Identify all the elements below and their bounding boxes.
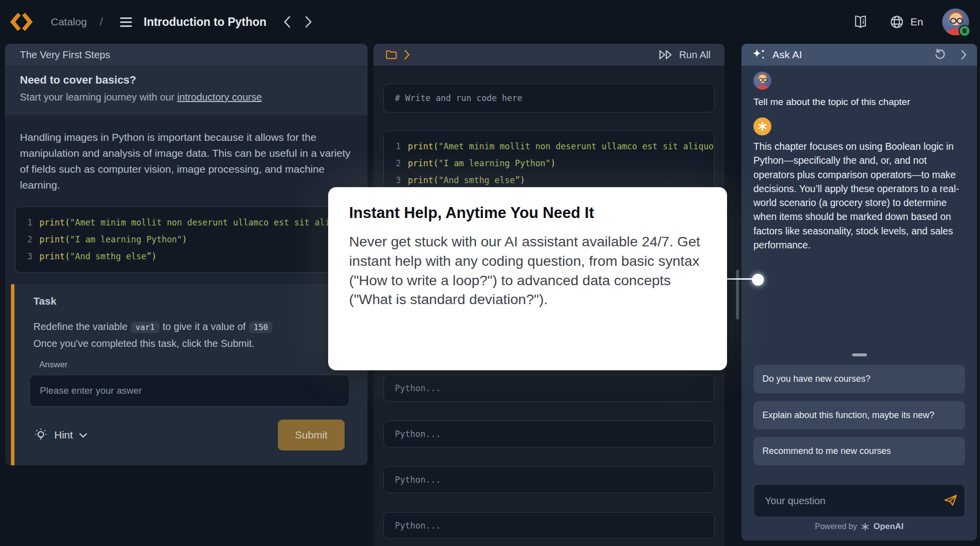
hint-bulb-icon — [33, 428, 48, 442]
lesson-panel: The Very First Steps Need to cover basic… — [5, 44, 368, 465]
app-logo-icon[interactable] — [10, 11, 33, 32]
suggestion-pill[interactable]: Recommend to me new courses — [753, 437, 965, 465]
lesson-title: The Very First Steps — [20, 49, 110, 61]
code-line: 2print("I am learning Python") — [394, 155, 714, 172]
code-scratch-input[interactable] — [383, 84, 715, 112]
chapter-menu-icon[interactable] — [120, 17, 132, 27]
editor-toolbar: Run All — [373, 44, 725, 66]
submit-button[interactable]: Submit — [278, 420, 345, 450]
basics-text-lead: Start your learning journey with our — [20, 92, 177, 103]
python-cell-input[interactable] — [383, 421, 715, 447]
tooltip-body: Never get stuck with our AI assistant av… — [349, 232, 703, 309]
task-footer: Hint Submit — [33, 420, 345, 450]
page-title: Introduction to Python — [144, 15, 267, 29]
openai-brand-label: OpenAI — [873, 522, 903, 532]
breadcrumb-catalog[interactable]: Catalog — [51, 16, 87, 28]
avatar-status-badge — [959, 25, 971, 37]
python-cell-input[interactable] — [383, 375, 715, 402]
next-chapter-button[interactable] — [304, 15, 312, 28]
introductory-course-link[interactable]: introductory course — [177, 92, 262, 103]
suggestions-drag-handle[interactable] — [852, 353, 867, 356]
powered-by: Powered by OpenAI — [741, 522, 977, 532]
line-number: 3 — [25, 248, 32, 265]
prev-chapter-button[interactable] — [283, 15, 291, 28]
hint-label: Hint — [54, 429, 73, 441]
line-number: 1 — [25, 214, 32, 231]
code-line: 3print("And smthg else”) — [25, 248, 362, 265]
folder-icon[interactable] — [384, 48, 398, 61]
basics-callout: Need to cover basics? Start your learnin… — [5, 66, 368, 115]
code-line: 1print("Amet minim mollit non deserunt u… — [25, 214, 362, 231]
send-question-button[interactable] — [943, 494, 958, 508]
python-cell-input[interactable] — [383, 512, 715, 539]
expand-chevron-icon[interactable] — [403, 49, 410, 60]
task-section: Task Redefine the variablevar1to give it… — [11, 284, 368, 465]
python-cell-input[interactable] — [383, 466, 715, 493]
code-line: 1print("Amet minim mollit non deserunt u… — [394, 138, 714, 155]
onboarding-tooltip: Instant Help, Anytime You Need It Never … — [328, 187, 727, 370]
line-number: 3 — [394, 172, 401, 189]
run-all-label: Run All — [679, 49, 711, 61]
sparkles-icon — [751, 47, 766, 62]
question-input-wrap — [753, 484, 965, 517]
hint-chevron-down-icon — [79, 433, 88, 438]
basics-heading: Need to cover basics? — [20, 74, 368, 87]
line-number: 2 — [394, 155, 401, 172]
lesson-code-sample: 1print("Amet minim mollit non deserunt u… — [15, 207, 363, 273]
lesson-panel-header: The Very First Steps — [5, 44, 368, 66]
reset-chat-icon[interactable] — [933, 48, 947, 62]
powered-by-label: Powered by — [815, 522, 858, 531]
run-all-button[interactable]: Run All — [655, 49, 714, 61]
var-chip: var1 — [131, 322, 159, 333]
glossary-book-icon[interactable] — [853, 15, 868, 29]
suggestion-pill[interactable]: Explain about this function, maybe its n… — [753, 401, 965, 430]
suggestion-pill[interactable]: Do you have new courses? — [753, 365, 965, 393]
chat-ai-message: This chapter focuses on using Boolean lo… — [753, 139, 965, 252]
task-heading: Task — [33, 295, 56, 307]
answer-label: Answer — [39, 360, 68, 370]
top-bar: Catalog / Introduction to Python En — [0, 0, 980, 44]
line-number: 2 — [25, 231, 32, 248]
language-label[interactable]: En — [910, 16, 923, 28]
lesson-paragraph: Handling images in Python is important b… — [20, 129, 353, 193]
send-icon — [943, 494, 958, 507]
openai-avatar-icon — [753, 117, 771, 135]
line-number: 1 — [394, 138, 401, 155]
chat-user-message: Tell me about the topic of this chapter — [753, 97, 910, 108]
user-avatar[interactable] — [942, 8, 969, 35]
topbar-right: En — [832, 8, 969, 35]
code-line: 3print("And smthg else”) — [394, 172, 714, 189]
openai-logo-icon — [860, 522, 870, 532]
code-line: 2print("I am learning Python") — [25, 231, 362, 248]
app-root: Catalog / Introduction to Python En — [0, 0, 980, 546]
tooltip-connector-dot — [752, 274, 764, 286]
ask-ai-header: Ask AI — [741, 44, 977, 66]
editor-scrollbar-thumb[interactable] — [736, 270, 739, 320]
ask-ai-title: Ask AI — [772, 49, 802, 61]
breadcrumb-separator: / — [100, 15, 103, 28]
value-chip: 150 — [249, 322, 272, 333]
ask-ai-panel: Ask AI Tell me about the topic of this c… — [741, 44, 977, 541]
collapse-panel-icon[interactable] — [960, 49, 967, 61]
chat-user-avatar — [753, 72, 771, 90]
tooltip-title: Instant Help, Anytime You Need It — [349, 204, 706, 222]
task-instruction-2: Once you've completed this task, click t… — [33, 338, 254, 349]
basics-text: Start your learning journey with our int… — [20, 92, 368, 103]
answer-input[interactable] — [29, 375, 350, 407]
run-all-icon — [658, 49, 674, 60]
language-globe-icon[interactable] — [889, 14, 904, 29]
hint-button[interactable]: Hint — [33, 428, 88, 442]
question-input[interactable] — [753, 484, 965, 517]
tooltip-connector-line — [726, 278, 753, 280]
task-instruction: Redefine the variablevar1to give it a va… — [33, 321, 276, 333]
